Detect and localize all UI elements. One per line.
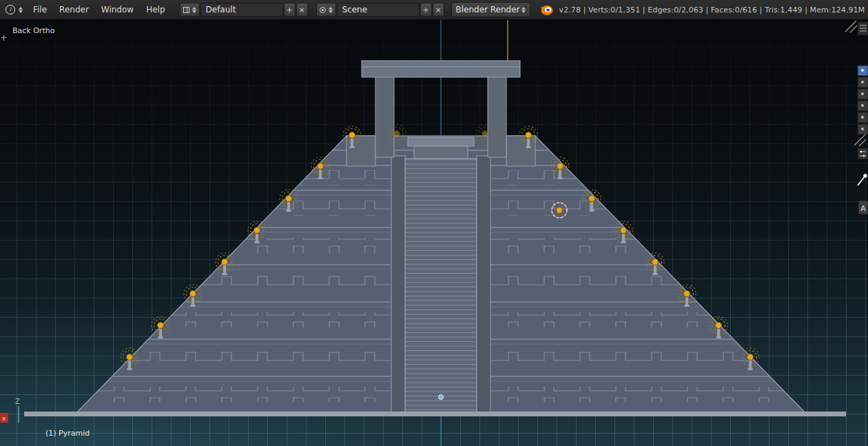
render-engine-select[interactable]: Blender Render: [451, 2, 530, 17]
outliner-list-icon[interactable]: [858, 22, 868, 35]
cursor-3d[interactable]: [439, 395, 444, 400]
properties-editor-icon[interactable]: [858, 148, 868, 159]
region-corner-widget[interactable]: [854, 134, 866, 146]
screen-layout-selector: Default + ×: [180, 3, 308, 17]
status-stats: v2.78 | Verts:0/1,351 | Edges:0/2,063 | …: [559, 6, 868, 14]
scene-selector: Scene + ×: [316, 3, 444, 17]
menu-help[interactable]: Help: [140, 0, 171, 19]
a-button[interactable]: A: [858, 201, 868, 214]
altar-base: [414, 146, 468, 159]
chevron-updown-icon: [329, 7, 333, 13]
info-header-bar: i File Render Window Help Default + × Sc…: [0, 0, 868, 20]
a-button-label: A: [860, 204, 866, 213]
close-scene-button[interactable]: ×: [433, 3, 444, 17]
menu-render[interactable]: Render: [53, 0, 95, 19]
blender-logo: [539, 3, 554, 17]
screen-layout-name-field[interactable]: Default: [200, 3, 283, 17]
staircase: [391, 156, 490, 414]
scene-browse-button[interactable]: [316, 3, 336, 17]
scene-icon: [320, 7, 326, 13]
axis-z-label: Z: [15, 398, 20, 405]
scene-name: Scene: [342, 5, 368, 14]
close-layout-button[interactable]: ×: [296, 3, 308, 17]
pin-icon[interactable]: [858, 174, 867, 185]
screen-layout-icon: [183, 7, 189, 13]
menu-window[interactable]: Window: [95, 0, 140, 19]
region-expand-icon[interactable]: +: [0, 34, 8, 41]
add-layout-button[interactable]: +: [284, 3, 296, 17]
mini-axis-widget: Z x: [0, 398, 20, 423]
viewport-canvas[interactable]: Z x: [0, 19, 868, 446]
ground-plane: [24, 412, 846, 416]
axis-x-label: x: [2, 415, 6, 422]
view-orientation-label: Back Ortho: [12, 26, 54, 35]
render-engine-value: Blender Render: [456, 5, 520, 14]
chevron-updown-icon: [19, 7, 23, 13]
chevron-updown-icon: [521, 7, 526, 13]
screen-layout-name: Default: [206, 5, 236, 14]
properties-tabs-fragment[interactable]: [858, 65, 868, 134]
info-editor-icon: i: [6, 5, 15, 14]
region-corner-widget[interactable]: [845, 21, 857, 32]
active-object-label: (1) Pyramid: [45, 429, 90, 438]
chevron-updown-icon: [192, 7, 196, 13]
scene-name-field[interactable]: Scene: [337, 3, 420, 17]
altar-top: [408, 137, 474, 146]
editor-type-selector[interactable]: i: [1, 2, 27, 17]
screen-layout-browse-button[interactable]: [180, 3, 200, 17]
add-scene-button[interactable]: +: [420, 3, 432, 17]
viewport-3d[interactable]: Back Ortho (1) Pyramid +: [0, 19, 868, 446]
menu-file[interactable]: File: [27, 0, 53, 19]
